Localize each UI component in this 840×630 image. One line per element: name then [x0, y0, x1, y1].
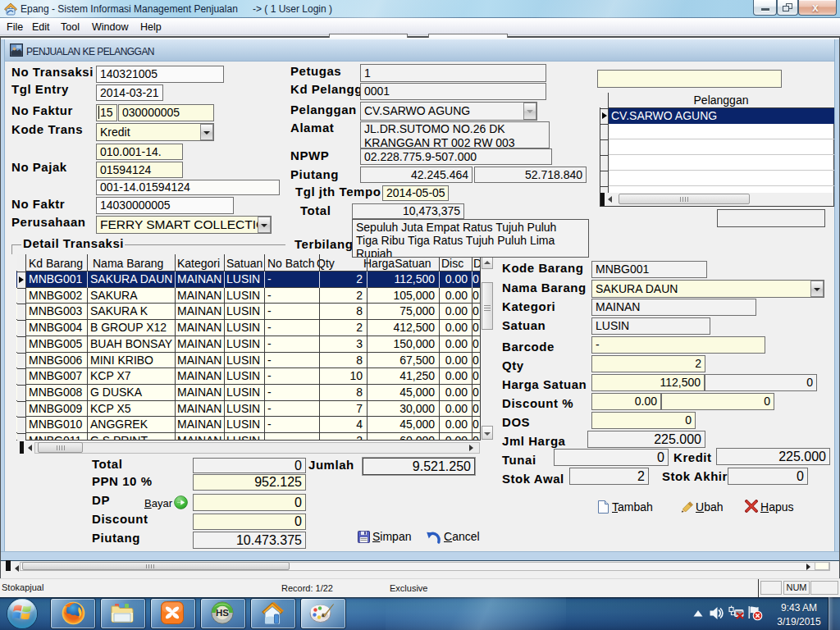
svg-text:HS: HS — [216, 608, 229, 618]
